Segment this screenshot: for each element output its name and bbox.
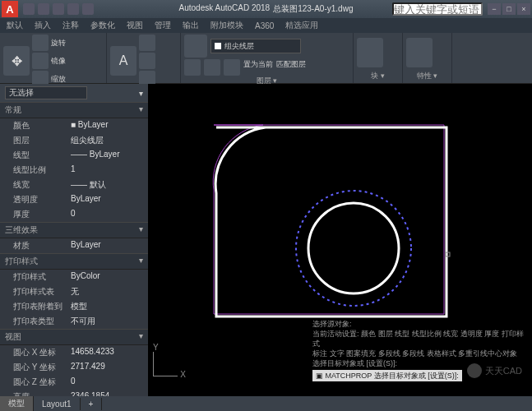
palette-options-icon[interactable]: ▾ [139,89,143,98]
tab-model[interactable]: 模型 [0,396,34,411]
ucs-icon: Y X [153,343,178,376]
ribbon: ✥ 旋转 镜像 缩放 修改 ▾ A 注释 ▾ 组尖线层 [0,33,532,84]
leader-icon[interactable] [139,53,155,69]
prop-lweight-v[interactable]: —— 默认 [71,179,106,191]
tab-layout1[interactable]: Layout1 [34,398,81,410]
qat-open-icon[interactable] [38,3,49,15]
app-name: Autodesk AutoCAD 2018 [179,3,271,15]
rotate-icon[interactable] [32,35,49,51]
maximize-button[interactable]: □ [502,3,516,15]
qat-save-icon[interactable] [53,3,64,15]
tab-a360[interactable]: A360 [255,21,274,30]
prop-pstyle-v[interactable]: ByColor [71,271,100,283]
prop-cy-k: 圆心 Y 坐标 [13,362,71,373]
prop-pstable-v[interactable]: 无 [71,286,79,298]
ribbon-tabs: 默认 插入 注释 参数化 视图 管理 输出 附加模块 A360 精选应用 [0,18,532,33]
quick-access-toolbar [23,3,94,15]
selection-dropdown[interactable]: 无选择 [5,86,87,99]
prop-color-k: 颜色 [13,120,71,132]
prop-material-v[interactable]: ByLayer [71,240,101,252]
watermark: 天天CAD [467,363,522,378]
prop-cz-k: 圆心 Z 坐标 [13,376,71,388]
cmd-line-1: 选择源对象: [312,319,524,329]
qat-undo-icon[interactable] [67,3,79,15]
tab-view[interactable]: 视图 [127,20,143,31]
prop-pstable-k: 打印样式表 [13,286,71,298]
prop-layer-k: 图层 [13,135,71,146]
prop-cz-v[interactable]: 0 [71,376,76,388]
svg-point-1 [308,203,399,293]
prop-material-k: 材质 [13,240,71,252]
set-current-button[interactable]: 置为当前 [243,59,273,76]
qat-redo-icon[interactable] [82,3,94,15]
prop-layer-v[interactable]: 组尖线层 [71,135,104,146]
mirror-icon[interactable] [32,53,49,69]
prop-lweight-k: 线宽 [13,179,71,191]
layer-current-name: 组尖线层 [224,41,254,52]
layer-iso-icon[interactable] [184,59,201,76]
mirror-label: 镜像 [51,56,66,67]
prop-thick-k: 厚度 [13,209,71,220]
prop-color-v[interactable]: ■ ByLayer [71,120,109,132]
prop-pstyle-k: 打印样式 [13,271,71,283]
move-button[interactable]: ✥ [3,46,30,76]
layer-lock-icon[interactable] [224,59,240,76]
properties-button[interactable] [406,38,433,67]
match-layer-button[interactable]: 匹配图层 [276,59,306,76]
layer-color-swatch [215,43,221,49]
tab-output[interactable]: 输出 [183,20,199,31]
tab-parametric[interactable]: 参数化 [90,20,115,31]
prop-ltype-v[interactable]: —— ByLayer [71,150,119,161]
scale-label: 缩放 [51,74,66,85]
prop-trans-k: 透明度 [13,194,71,206]
text-button[interactable]: A [110,46,136,76]
prop-trans-v[interactable]: ByLayer [71,194,101,206]
prop-psattach-v[interactable]: 模型 [71,301,87,312]
title-bar: A Autodesk AutoCAD 2018 总装图123-A0-y1.dwg… [0,0,532,18]
section-3d[interactable]: 三维效果 [5,224,38,236]
section-view[interactable]: 视图 [5,331,21,343]
prop-pstype-v[interactable]: 不可用 [71,316,95,327]
properties-palette: 无选择 ▾ 常规▾ 颜色■ ByLayer 图层组尖线层 线型—— ByLaye… [0,84,148,396]
command-input[interactable]: ▣ MATCHPROP 选择目标对象或 [设置(S)]: [312,370,462,381]
minimize-button[interactable]: − [488,3,501,15]
tab-manage[interactable]: 管理 [155,20,171,31]
tab-annotate[interactable]: 注释 [62,20,79,31]
prop-pstype-k: 打印表类型 [13,316,71,327]
tab-default[interactable]: 默认 [7,20,23,31]
layout-tabs: 模型 Layout1 + [0,396,532,411]
prop-psattach-k: 打印表附着到 [13,301,71,312]
drawing-viewport[interactable]: Y X 选择源对象: 当前活动设置: 颜色 图层 线型 线型比例 线宽 透明度 … [148,84,532,396]
section-plot[interactable]: 打印样式 [5,256,38,267]
tab-insert[interactable]: 插入 [35,20,51,31]
prop-ltscale-v[interactable]: 1 [71,164,76,176]
props-panel-label[interactable]: 特性 ▾ [406,71,448,81]
prop-ltscale-k: 线型比例 [13,164,71,176]
app-logo[interactable]: A [2,1,18,17]
tab-addins[interactable]: 附加模块 [210,20,243,31]
block-panel-label[interactable]: 块 ▾ [357,71,399,81]
qat-new-icon[interactable] [23,3,35,15]
block-insert-button[interactable] [357,38,383,67]
cad-drawing [197,109,460,330]
dimension-icon[interactable] [139,35,155,51]
cmd-line-2: 当前活动设置: 颜色 图层 线型 线型比例 线宽 透明度 厚度 打印样式 [312,329,524,349]
layer-freeze-icon[interactable] [204,59,220,76]
help-search-input[interactable] [392,2,483,16]
rotate-label: 旋转 [51,38,66,48]
close-button[interactable]: × [517,3,530,15]
layer-dropdown[interactable]: 组尖线层 [210,39,301,53]
prop-thick-v[interactable]: 0 [71,209,76,220]
tab-featured[interactable]: 精选应用 [285,20,318,31]
section-general[interactable]: 常规 [5,104,21,116]
doc-name: 总装图123-A0-y1.dwg [273,3,353,15]
svg-point-0 [296,191,411,306]
cmd-line-3: 标注 文字 图案填充 多段线 多段线 表格样式 多重引线中心对象 [312,349,524,358]
layer-properties-button[interactable] [184,35,207,58]
prop-cy-v[interactable]: 2717.429 [71,362,105,373]
prop-cx-v[interactable]: 14658.4233 [71,347,114,358]
prop-cx-k: 圆心 X 坐标 [13,347,71,358]
prop-ltype-k: 线型 [13,150,71,161]
tab-add[interactable]: + [81,398,103,410]
